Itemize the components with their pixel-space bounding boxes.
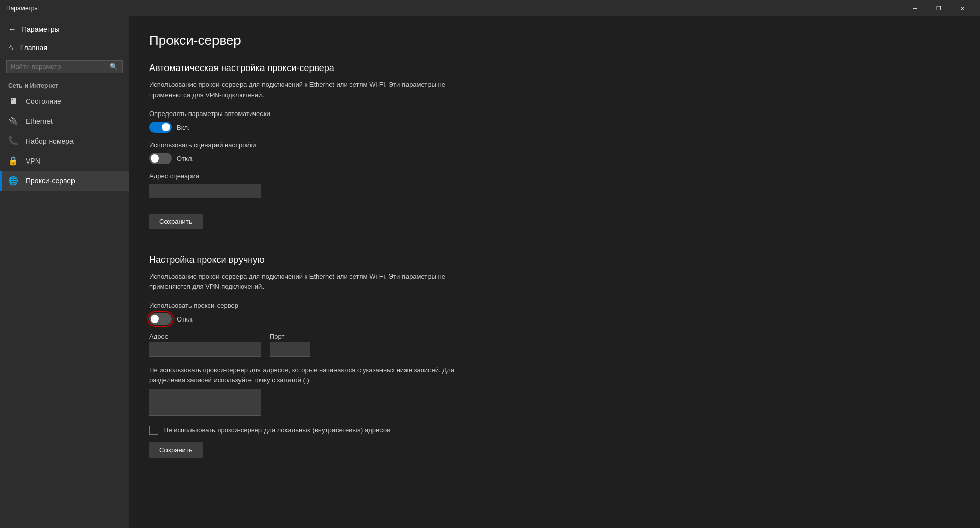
script-toggle-row: Откл. (149, 153, 960, 164)
main-content: Прокси-сервер Автоматическая настройка п… (129, 16, 980, 528)
auto-detect-thumb (162, 123, 170, 131)
minimize-button[interactable]: ─ (903, 0, 927, 16)
script-address-input[interactable] (149, 184, 261, 198)
script-toggle[interactable] (149, 153, 172, 164)
sidebar-item-state-label: Состояние (26, 97, 61, 105)
auto-section-desc: Использование прокси-сервера для подключ… (149, 80, 456, 100)
manual-save-button[interactable]: Сохранить (149, 442, 203, 458)
vpn-icon: 🔒 (8, 156, 18, 166)
auto-section-title: Автоматическая настройка прокси-сервера (149, 63, 960, 74)
script-address-setting: Адрес сценария (149, 172, 960, 198)
sidebar-back-button[interactable]: ← Параметры (0, 20, 129, 38)
sidebar-search-box[interactable]: 🔍 (6, 60, 123, 73)
auto-detect-toggle[interactable] (149, 122, 172, 133)
local-checkbox-label: Не использовать прокси-сервер для локаль… (163, 426, 390, 435)
auto-detect-toggle-row: Вкл. (149, 122, 960, 133)
restore-button[interactable]: ❐ (927, 0, 950, 16)
manual-section-title: Настройка прокси вручную (149, 255, 960, 265)
auto-detect-track[interactable] (149, 122, 172, 133)
search-input[interactable] (11, 63, 110, 71)
back-arrow-icon: ← (8, 25, 16, 34)
sidebar-item-proxy[interactable]: 🌐 Прокси-сервер (0, 171, 129, 191)
sidebar-section-label: Сеть и Интернет (0, 76, 129, 91)
use-proxy-status: Откл. (177, 315, 194, 323)
auto-detect-label: Определять параметры автоматически (149, 110, 960, 118)
address-field-group: Адрес (149, 333, 261, 357)
use-proxy-thumb (151, 315, 159, 323)
script-address-label: Адрес сценария (149, 172, 960, 180)
auto-save-button[interactable]: Сохранить (149, 214, 203, 229)
app-body: ← Параметры ⌂ Главная 🔍 Сеть и Интернет … (0, 16, 980, 528)
titlebar: Параметры ─ ❐ ✕ (0, 0, 980, 16)
port-input[interactable] (270, 342, 310, 357)
local-checkbox[interactable] (149, 426, 158, 435)
sidebar: ← Параметры ⌂ Главная 🔍 Сеть и Интернет … (0, 16, 129, 528)
exceptions-desc: Не использовать прокси-сервер для адресо… (149, 365, 456, 385)
auto-detect-setting: Определять параметры автоматически Вкл. (149, 110, 960, 133)
use-proxy-toggle-row: Откл. (149, 313, 960, 325)
home-icon: ⌂ (8, 43, 13, 52)
port-field-group: Порт (270, 333, 310, 357)
address-label: Адрес (149, 333, 261, 340)
sidebar-item-dial-label: Набор номера (26, 137, 74, 145)
script-track[interactable] (149, 153, 172, 164)
use-proxy-track[interactable] (149, 313, 172, 325)
titlebar-title: Параметры (6, 5, 903, 12)
manual-section-desc: Использование прокси-сервера для подключ… (149, 271, 456, 291)
sidebar-item-home[interactable]: ⌂ Главная (0, 38, 129, 57)
port-label: Порт (270, 333, 310, 340)
page-title: Прокси-сервер (149, 33, 960, 49)
address-input[interactable] (149, 342, 261, 357)
address-port-row: Адрес Порт (149, 333, 960, 357)
local-checkbox-row: Не использовать прокси-сервер для локаль… (149, 426, 960, 435)
sidebar-item-vpn[interactable]: 🔒 VPN (0, 151, 129, 171)
sidebar-item-vpn-label: VPN (26, 157, 40, 165)
sidebar-back-label: Параметры (21, 25, 60, 33)
proxy-icon: 🌐 (8, 176, 18, 186)
exceptions-setting: Не использовать прокси-сервер для адресо… (149, 365, 960, 418)
sidebar-item-proxy-label: Прокси-сервер (26, 177, 75, 185)
exceptions-input[interactable] (149, 389, 261, 416)
script-thumb (151, 154, 159, 163)
sidebar-item-ethernet[interactable]: 🔌 Ethernet (0, 111, 129, 131)
script-label: Использовать сценарий настройки (149, 141, 960, 149)
use-proxy-label: Использовать прокси-сервер (149, 302, 960, 309)
sidebar-item-state[interactable]: 🖥 Состояние (0, 91, 129, 111)
script-status: Откл. (177, 155, 194, 163)
close-button[interactable]: ✕ (950, 0, 974, 16)
titlebar-controls: ─ ❐ ✕ (903, 0, 974, 16)
sidebar-item-ethernet-label: Ethernet (26, 117, 53, 125)
ethernet-icon: 🔌 (8, 116, 18, 126)
use-proxy-toggle[interactable] (149, 313, 172, 325)
auto-detect-status: Вкл. (177, 124, 190, 131)
use-proxy-setting: Использовать прокси-сервер Откл. (149, 302, 960, 325)
sidebar-home-label: Главная (20, 43, 47, 52)
state-icon: 🖥 (8, 97, 18, 106)
dial-icon: 📞 (8, 136, 18, 146)
script-setting: Использовать сценарий настройки Откл. (149, 141, 960, 164)
section-divider (149, 242, 960, 242)
search-icon: 🔍 (110, 63, 118, 71)
sidebar-item-dial[interactable]: 📞 Набор номера (0, 131, 129, 151)
